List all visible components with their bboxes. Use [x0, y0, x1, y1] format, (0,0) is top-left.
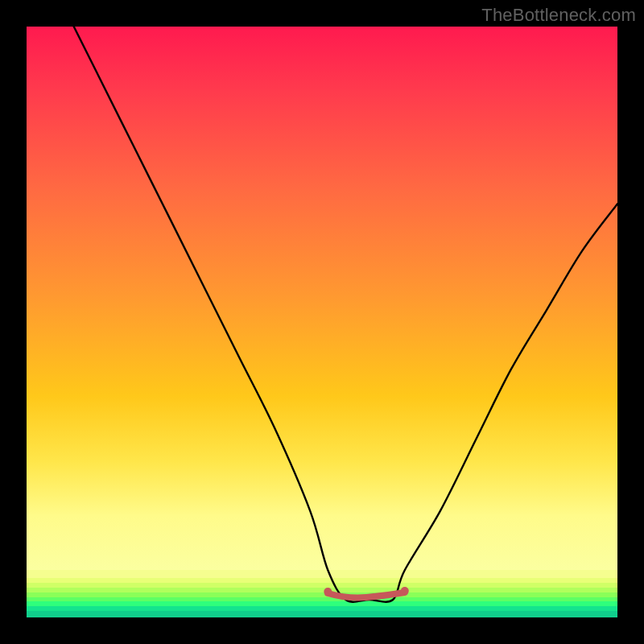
- watermark-text: TheBottleneck.com: [481, 5, 636, 26]
- svg-point-0: [324, 588, 332, 596]
- plot-area: [27, 27, 617, 617]
- svg-point-1: [401, 587, 409, 595]
- chart-frame: TheBottleneck.com: [0, 0, 644, 644]
- bottleneck-curve: [27, 27, 617, 617]
- curve-path: [74, 27, 617, 602]
